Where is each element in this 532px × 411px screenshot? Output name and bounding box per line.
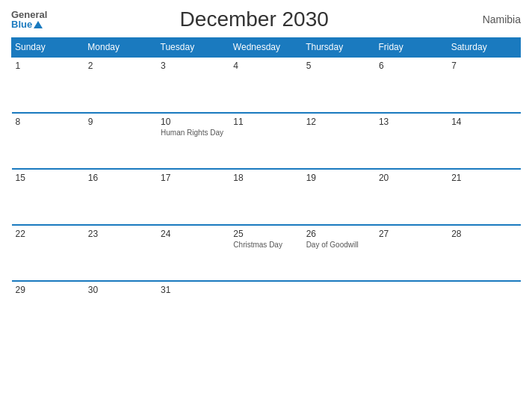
col-friday: Friday bbox=[375, 38, 448, 58]
calendar-cell: 25Christmas Day bbox=[229, 225, 302, 281]
holiday-name: Christmas Day bbox=[233, 241, 298, 249]
holiday-name: Human Rights Day bbox=[161, 129, 226, 137]
calendar-cell: 17 bbox=[157, 169, 229, 225]
day-number: 14 bbox=[451, 117, 516, 127]
calendar-cell: 1 bbox=[12, 57, 84, 113]
calendar-cell: 20 bbox=[375, 169, 448, 225]
day-number: 17 bbox=[161, 173, 226, 183]
calendar-cell bbox=[375, 281, 448, 326]
col-wednesday: Wednesday bbox=[229, 38, 302, 58]
col-saturday: Saturday bbox=[448, 38, 520, 58]
calendar-cell: 2 bbox=[84, 57, 157, 113]
calendar-cell: 16 bbox=[84, 169, 157, 225]
calendar-cell: 15 bbox=[12, 169, 84, 225]
day-number: 6 bbox=[379, 61, 444, 71]
calendar-cell: 5 bbox=[303, 57, 375, 113]
day-number: 24 bbox=[161, 229, 226, 239]
calendar-cell bbox=[448, 281, 520, 326]
calendar-container: General Blue December 2030 Namibia Sunda… bbox=[0, 0, 532, 411]
calendar-cell: 6 bbox=[375, 57, 448, 113]
calendar-cell: 11 bbox=[229, 113, 302, 169]
calendar-cell: 12 bbox=[303, 113, 375, 169]
calendar-cell: 23 bbox=[84, 225, 157, 281]
calendar-cell: 4 bbox=[229, 57, 302, 113]
logo-triangle-icon bbox=[34, 21, 43, 28]
calendar-cell: 7 bbox=[448, 57, 520, 113]
day-number: 27 bbox=[379, 229, 444, 239]
col-monday: Monday bbox=[84, 38, 157, 58]
calendar-cell: 27 bbox=[375, 225, 448, 281]
logo: General Blue bbox=[11, 10, 47, 29]
col-sunday: Sunday bbox=[12, 38, 84, 58]
day-number: 10 bbox=[161, 117, 226, 127]
day-number: 26 bbox=[306, 229, 371, 239]
calendar-cell: 28 bbox=[448, 225, 520, 281]
col-thursday: Thursday bbox=[303, 38, 375, 58]
day-number: 11 bbox=[233, 117, 298, 127]
day-number: 22 bbox=[16, 229, 81, 239]
calendar-cell: 29 bbox=[12, 281, 84, 326]
day-number: 28 bbox=[451, 229, 516, 239]
calendar-cell: 18 bbox=[229, 169, 302, 225]
day-number: 5 bbox=[306, 61, 371, 71]
calendar-cell bbox=[303, 281, 375, 326]
month-title: December 2030 bbox=[47, 7, 461, 31]
calendar-cell: 30 bbox=[84, 281, 157, 326]
days-header-row: Sunday Monday Tuesday Wednesday Thursday… bbox=[12, 38, 521, 58]
day-number: 25 bbox=[233, 229, 298, 239]
calendar-cell: 21 bbox=[448, 169, 520, 225]
day-number: 7 bbox=[451, 61, 516, 71]
calendar-week-row: 8910Human Rights Day11121314 bbox=[12, 113, 521, 169]
calendar-cell: 24 bbox=[157, 225, 229, 281]
day-number: 30 bbox=[88, 285, 153, 295]
day-number: 1 bbox=[16, 61, 81, 71]
calendar-cell: 9 bbox=[84, 113, 157, 169]
day-number: 15 bbox=[16, 173, 81, 183]
day-number: 31 bbox=[161, 285, 226, 295]
day-number: 3 bbox=[161, 61, 226, 71]
calendar-cell: 3 bbox=[157, 57, 229, 113]
calendar-cell: 10Human Rights Day bbox=[157, 113, 229, 169]
calendar-cell: 22 bbox=[12, 225, 84, 281]
calendar-cell: 19 bbox=[303, 169, 375, 225]
calendar-cell: 14 bbox=[448, 113, 520, 169]
day-number: 16 bbox=[88, 173, 153, 183]
day-number: 12 bbox=[306, 117, 371, 127]
calendar-header: General Blue December 2030 Namibia bbox=[11, 7, 521, 31]
calendar-week-row: 1234567 bbox=[12, 57, 521, 113]
calendar-cell bbox=[229, 281, 302, 326]
day-number: 13 bbox=[379, 117, 444, 127]
calendar-week-row: 293031 bbox=[12, 281, 521, 326]
calendar-week-row: 22232425Christmas Day26Day of Goodwill27… bbox=[12, 225, 521, 281]
day-number: 19 bbox=[306, 173, 371, 183]
day-number: 29 bbox=[16, 285, 81, 295]
calendar-cell: 26Day of Goodwill bbox=[303, 225, 375, 281]
calendar-week-row: 15161718192021 bbox=[12, 169, 521, 225]
day-number: 23 bbox=[88, 229, 153, 239]
calendar-table: Sunday Monday Tuesday Wednesday Thursday… bbox=[11, 37, 521, 326]
day-number: 8 bbox=[16, 117, 81, 127]
day-number: 21 bbox=[451, 173, 516, 183]
day-number: 18 bbox=[233, 173, 298, 183]
holiday-name: Day of Goodwill bbox=[306, 241, 371, 249]
day-number: 2 bbox=[88, 61, 153, 71]
col-tuesday: Tuesday bbox=[157, 38, 229, 58]
day-number: 20 bbox=[379, 173, 444, 183]
calendar-cell: 31 bbox=[157, 281, 229, 326]
logo-blue-text: Blue bbox=[11, 19, 32, 29]
day-number: 9 bbox=[88, 117, 153, 127]
calendar-cell: 8 bbox=[12, 113, 84, 169]
country-label: Namibia bbox=[461, 13, 521, 25]
day-number: 4 bbox=[233, 61, 298, 71]
calendar-cell: 13 bbox=[375, 113, 448, 169]
